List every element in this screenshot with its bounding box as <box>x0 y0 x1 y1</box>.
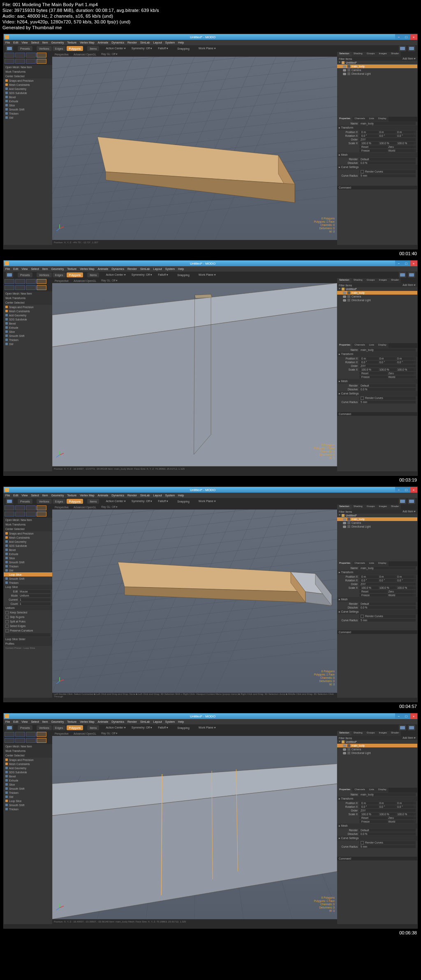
menu-item[interactable]: View <box>21 494 28 497</box>
prop-freeze[interactable]: FreezeWorld <box>337 149 417 152</box>
viewport[interactable]: PerspectiveAdvanced OpenGLRay GL: Off ▾ … <box>52 731 337 924</box>
prop-name[interactable]: Namemain_body <box>337 566 417 570</box>
loop-opt[interactable]: Split at Poles <box>4 619 52 624</box>
menu-item[interactable]: Help <box>178 720 184 723</box>
mode-tab[interactable]: Action Center ▾ <box>103 272 128 277</box>
mode-tab[interactable]: Snapping <box>175 725 192 730</box>
menu-item[interactable]: SimLab <box>140 267 150 270</box>
viewport[interactable]: PerspectiveAdvanced OpenGLRay GL: Off ▾ … <box>52 52 337 245</box>
prop-dissolve[interactable]: Dissolve0.0 % <box>337 832 417 836</box>
panel-tab[interactable]: Shading <box>352 278 365 283</box>
panel-tab[interactable]: Channels <box>352 117 367 122</box>
tool-icon[interactable] <box>26 285 36 290</box>
prop-rotation[interactable]: Rotation X0.0 °0.0 °0.0 ° <box>337 579 417 582</box>
panel-tab[interactable]: Selection <box>337 278 352 283</box>
left-tool-row[interactable]: Slice <box>4 782 52 786</box>
left-tool-row[interactable]: SDS Subdivide <box>4 544 52 548</box>
tool-icon[interactable] <box>37 279 46 284</box>
prop-freeze[interactable]: FreezeWorld <box>337 375 417 379</box>
mode-tab[interactable]: Vertices <box>37 46 52 51</box>
panel-tab[interactable]: Properties <box>337 561 352 566</box>
tool-icon[interactable] <box>399 498 406 504</box>
prop-position[interactable]: Position X0 m0 m0 m <box>337 357 417 360</box>
prop-render-curves[interactable]: Render Curves <box>337 396 417 400</box>
tool-icon[interactable] <box>5 738 14 743</box>
panel-tab[interactable]: Selection <box>337 505 352 510</box>
panel-tab[interactable]: Shading <box>352 52 365 57</box>
mode-tab[interactable]: Symmetry: Off ▾ <box>129 272 155 277</box>
mode-tab[interactable]: Falloff ▾ <box>155 46 171 51</box>
tool-icon[interactable] <box>37 512 46 517</box>
mode-tab[interactable]: Edges <box>53 499 66 504</box>
viewport-canvas[interactable]: 6 PolygonsPolygons: 1 FaceChannels: 0Def… <box>52 57 337 240</box>
prop-curve-radius[interactable]: Curve Radius5 mm <box>337 174 417 178</box>
mode-tab[interactable]: Falloff ▾ <box>155 272 171 277</box>
tool-icon[interactable] <box>15 732 25 737</box>
tool-icon[interactable] <box>15 285 25 290</box>
loop-edit[interactable]: EditMouse <box>4 589 52 593</box>
tool-icon[interactable] <box>6 498 13 504</box>
mode-tab[interactable]: Vertices <box>37 272 52 277</box>
panel-tab[interactable]: Groups <box>365 505 377 510</box>
menu-item[interactable]: Geometry <box>51 267 64 270</box>
tool-icon[interactable] <box>26 505 36 510</box>
mode-tab[interactable]: Vertices <box>37 499 52 504</box>
left-tool-row[interactable]: SDS Subdivide <box>4 317 52 321</box>
left-tool-row[interactable]: Add Geometry <box>4 87 52 91</box>
close-button[interactable]: × <box>410 487 417 493</box>
panel-tab[interactable]: Properties <box>337 343 352 348</box>
tool-icon[interactable] <box>15 505 25 510</box>
tool-icon[interactable] <box>6 725 13 731</box>
mode-tab[interactable]: Presets <box>18 272 32 277</box>
left-tool-row[interactable]: Thicken <box>4 807 52 811</box>
menu-item[interactable]: Dynamics <box>111 41 124 44</box>
mode-tab[interactable]: Polygons <box>67 46 83 51</box>
left-tool-row[interactable]: Bevel <box>4 548 52 552</box>
left-tool-row[interactable]: Slice <box>4 330 52 334</box>
menu-item[interactable]: Layout <box>153 41 162 44</box>
scene-item[interactable]: main_body <box>337 291 417 295</box>
panel-tab[interactable]: Images <box>377 505 389 510</box>
menu-item[interactable]: Dynamics <box>111 267 124 270</box>
prop-order[interactable]: OrderZXY <box>337 138 417 141</box>
left-tool-row[interactable]: Extrude <box>4 99 52 103</box>
mode-tab[interactable]: Snapping <box>175 499 192 504</box>
menu-item[interactable]: Render <box>127 720 137 723</box>
menu-item[interactable]: System <box>165 720 175 723</box>
menu-item[interactable]: Select <box>31 720 39 723</box>
prop-position[interactable]: Position X0 m0 m0 m <box>337 575 417 579</box>
panel-tab[interactable]: Shading <box>352 505 365 510</box>
menu-item[interactable]: Render <box>127 494 137 497</box>
mode-tab[interactable]: Edges <box>53 272 66 277</box>
menu-item[interactable]: Item <box>42 267 48 270</box>
mode-tab[interactable]: Presets <box>18 46 32 51</box>
mode-tab[interactable]: Edges <box>53 46 66 51</box>
viewport-canvas[interactable]: 6 PolygonsPolygons: 1 FaceChannels: 0Def… <box>52 736 337 919</box>
menu-item[interactable]: Texture <box>67 41 76 44</box>
maximize-button[interactable]: □ <box>402 34 410 40</box>
tool-icon[interactable] <box>26 512 36 517</box>
left-tool-row[interactable]: SW <box>4 115 52 120</box>
prop-scale[interactable]: Scale X100.0 %100.0 %100.0 % <box>337 368 417 371</box>
tool-icon[interactable] <box>408 272 415 278</box>
panel-tab[interactable]: Selection <box>337 52 352 57</box>
mode-tab[interactable]: Falloff ▾ <box>155 725 171 730</box>
menu-item[interactable]: Layout <box>153 720 162 723</box>
mode-tab[interactable]: Items <box>87 272 99 277</box>
panel-tab[interactable]: Lists <box>367 561 376 566</box>
tool-icon[interactable] <box>37 732 46 737</box>
loop-mode[interactable]: ModeUniform <box>4 593 52 597</box>
left-tool-row[interactable]: Extrude <box>4 778 52 782</box>
prop-position[interactable]: Position X0 m0 m0 m <box>337 801 417 805</box>
left-tool-row[interactable]: SDS Subdivide <box>4 770 52 774</box>
panel-tab[interactable]: Lists <box>367 343 376 348</box>
menu-item[interactable]: SimLab <box>140 494 150 497</box>
mode-tab[interactable]: Items <box>87 46 99 51</box>
panel-tab[interactable]: Properties <box>337 788 352 793</box>
left-tool-row[interactable]: Snaps and Precision <box>4 305 52 309</box>
mode-tab[interactable]: Symmetry: Off ▾ <box>129 725 155 730</box>
loop-preserve[interactable]: Preserve Curvature <box>4 628 52 633</box>
left-tool-row[interactable]: Smooth Shift <box>4 560 52 564</box>
loop-count[interactable]: Count1 <box>4 602 52 606</box>
menu-item[interactable]: Animate <box>98 267 109 270</box>
